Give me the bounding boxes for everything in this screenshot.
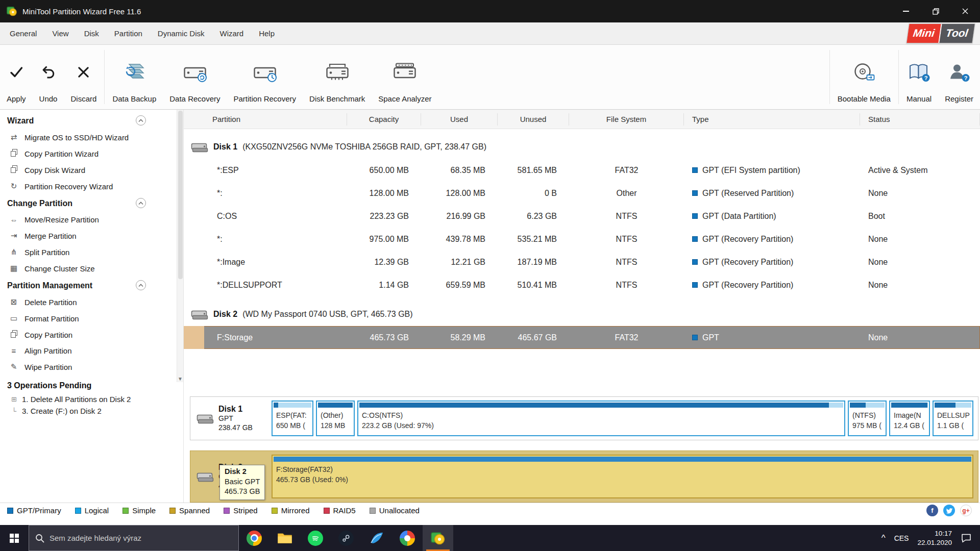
- partition-row-item-0-1[interactable]: *:128.00 MB128.00 MB0 BOtherGPT (Reserve…: [184, 182, 980, 205]
- sidebar-item-wipe-partition[interactable]: ✎Wipe Partition: [0, 359, 183, 375]
- scroll-down-icon[interactable]: ▼: [177, 376, 183, 382]
- tray-clock[interactable]: 10:17 22.01.2020: [917, 529, 952, 547]
- sidebar-item-partition-recovery-wizard[interactable]: ↻Partition Recovery Wizard: [0, 178, 183, 194]
- sidebar-item-migrate-os-to-ssd-hd-wizard[interactable]: ⇄Migrate OS to SSD/HD Wizard: [0, 129, 183, 145]
- column-header-unused[interactable]: Unused: [498, 113, 569, 126]
- sidebar-scrollbar-thumb[interactable]: [178, 111, 183, 279]
- restore-icon: [933, 8, 939, 15]
- partition-row-f-storage-1-0[interactable]: F:Storage465.73 GB58.29 MB465.67 GBFAT32…: [184, 326, 980, 349]
- close-button[interactable]: [950, 0, 980, 22]
- toolbar-register-button[interactable]: ?Register: [938, 45, 980, 109]
- sidebar-item-move-resize-partition[interactable]: ⇔Move/Resize Partition: [0, 212, 183, 228]
- partition-row-c-os-0-2[interactable]: C:OS223.23 GB216.99 GB6.23 GBNTFSGPT (Da…: [184, 205, 980, 228]
- search-input[interactable]: [50, 534, 232, 542]
- column-header-file-system[interactable]: File System: [569, 113, 684, 126]
- map-segment-other[interactable]: (Other)128 MB: [316, 400, 355, 436]
- legend-label: Simple: [132, 506, 156, 515]
- toolbar-disk-benchmark-button[interactable]: Disk Benchmark: [303, 45, 372, 109]
- tray-expand-icon[interactable]: ^: [881, 533, 886, 543]
- usage-fill: [935, 403, 955, 408]
- sidebar-item-copy-disk-wizard[interactable]: Copy Disk Wizard: [0, 162, 183, 178]
- taskbar-steam-icon[interactable]: [331, 525, 361, 551]
- partition-row-image-0-4[interactable]: *:Image12.39 GB12.21 GB187.19 MBNTFSGPT …: [184, 251, 980, 273]
- tray-language[interactable]: CES: [894, 534, 909, 542]
- toolbar-apply-button[interactable]: Apply: [0, 45, 33, 109]
- toolbar-data-recovery-button[interactable]: Data Recovery: [163, 45, 227, 109]
- sidebar-item-split-partition[interactable]: ⋔Split Partition: [0, 244, 183, 260]
- map-segment-image-n[interactable]: Image(N12.4 GB (: [889, 400, 930, 436]
- sidebar-item-copy-partition[interactable]: Copy Partition: [0, 327, 183, 343]
- disk-1-group-row[interactable]: Disk 1(KXG50ZNV256G NVMe TOSHIBA 256GB R…: [184, 135, 980, 159]
- taskbar-file-explorer-icon[interactable]: [270, 525, 300, 551]
- partition-row-dellsupport-0-5[interactable]: *:DELLSUPPORT1.14 GB659.59 MB510.41 MBNT…: [184, 273, 980, 296]
- toolbar-manual-button[interactable]: ?Manual: [900, 45, 938, 109]
- column-header-status[interactable]: Status: [860, 113, 980, 126]
- map-segment-esp-fat[interactable]: ESP(FAT:650 MB (: [272, 400, 313, 436]
- partition-row-item-0-3[interactable]: *:975.00 MB439.78 MB535.21 MBNTFSGPT (Re…: [184, 228, 980, 251]
- sidebar-scrollbar[interactable]: ▼: [177, 110, 183, 382]
- cluster-icon: ▦: [9, 264, 19, 273]
- map-segment-f-storage-fat32[interactable]: F:Storage(FAT32)465.73 GB (Used: 0%): [272, 455, 973, 498]
- map-segment-dellsup[interactable]: DELLSUP1.1 GB (: [933, 400, 973, 436]
- minimize-button[interactable]: [891, 0, 921, 22]
- taskbar-pinwheel-icon[interactable]: [392, 525, 423, 551]
- sidebar-item-merge-partition[interactable]: ⇥Merge Partition: [0, 228, 183, 244]
- menu-help[interactable]: Help: [251, 22, 282, 44]
- operation-item-1[interactable]: ⊞1. Delete All Partitions on Disk 2: [0, 393, 183, 405]
- sidebar-item-label: Change Cluster Size: [24, 264, 95, 273]
- twitter-icon[interactable]: [943, 505, 955, 516]
- file-system-value: NTFS: [569, 212, 684, 221]
- taskbar-spotify-icon[interactable]: [300, 525, 331, 551]
- partition-name: *:Image: [204, 258, 347, 267]
- toolbar-partition-recovery-button[interactable]: Partition Recovery: [227, 45, 303, 109]
- column-header-type[interactable]: Type: [684, 113, 860, 126]
- column-header-capacity[interactable]: Capacity: [347, 113, 421, 126]
- taskbar-blue-wing-icon[interactable]: [361, 525, 392, 551]
- column-header-partition[interactable]: Partition: [184, 113, 347, 126]
- menu-general[interactable]: General: [2, 22, 44, 44]
- action-center-icon[interactable]: [961, 533, 972, 543]
- copy-disk-icon: [9, 165, 19, 174]
- sidebar-item-change-cluster-size[interactable]: ▦Change Cluster Size: [0, 260, 183, 277]
- menu-disk[interactable]: Disk: [77, 22, 107, 44]
- sidebar-item-format-partition[interactable]: ▭Format Partition: [0, 310, 183, 327]
- toolbar-discard-button[interactable]: Discard: [64, 45, 104, 109]
- disk-1-map-row[interactable]: Disk 1GPT238.47 GBESP(FAT:650 MB ((Other…: [190, 396, 978, 440]
- sidebar: Wizard⇄Migrate OS to SSD/HD WizardCopy P…: [0, 110, 184, 503]
- section-change-partition: Change Partition: [0, 194, 183, 212]
- apply-label: Apply: [7, 94, 26, 103]
- operation-item-2[interactable]: └3. Create (F:) on Disk 2: [0, 405, 183, 417]
- taskbar-chrome-icon[interactable]: [239, 525, 270, 551]
- disk-2-group-row[interactable]: Disk 2(WD My Passport 0740 USB, GPT, 465…: [184, 303, 980, 326]
- toolbar-undo-button[interactable]: Undo: [33, 45, 64, 109]
- menu-wizard[interactable]: Wizard: [212, 22, 252, 44]
- collapse-partition-management-button[interactable]: [136, 280, 146, 290]
- partition-row-esp-0-0[interactable]: *:ESP650.00 MB68.35 MB581.65 MBFAT32GPT …: [184, 159, 980, 182]
- sidebar-item-delete-partition[interactable]: ⊠Delete Partition: [0, 294, 183, 310]
- sidebar-item-copy-partition-wizard[interactable]: Copy Partition Wizard: [0, 145, 183, 162]
- start-button[interactable]: [0, 525, 29, 551]
- operations-list: ⊞1. Delete All Partitions on Disk 2└3. C…: [0, 393, 183, 417]
- map-segment-c-os-ntfs[interactable]: C:OS(NTFS)223.2 GB (Used: 97%): [357, 400, 845, 436]
- sidebar-item-align-partition[interactable]: ≡Align Partition: [0, 343, 183, 359]
- sidebar-item-label: Split Partition: [24, 248, 69, 257]
- toolbar-data-backup-button[interactable]: Data Backup: [106, 45, 163, 109]
- restore-button[interactable]: [921, 0, 950, 22]
- menu-view[interactable]: View: [44, 22, 76, 44]
- menu-partition[interactable]: Partition: [107, 22, 150, 44]
- column-header-used[interactable]: Used: [421, 113, 498, 126]
- row-gutter: [184, 182, 204, 205]
- google-plus-icon[interactable]: g+: [960, 505, 972, 516]
- taskbar-search[interactable]: [29, 525, 239, 551]
- map-segment-ntfs[interactable]: (NTFS)975 MB (: [848, 400, 887, 436]
- collapse-change-partition-button[interactable]: [136, 198, 146, 208]
- toolbar-bootable-media-button[interactable]: Bootable Media: [831, 45, 897, 109]
- facebook-icon[interactable]: f: [926, 505, 938, 516]
- collapse-wizard-button[interactable]: [136, 115, 146, 126]
- windows-taskbar: ^ CES 10:17 22.01.2020: [0, 525, 980, 551]
- menu-dynamic-disk[interactable]: Dynamic Disk: [150, 22, 212, 44]
- taskbar-minitool-icon[interactable]: [423, 525, 453, 551]
- tree-expand-icon[interactable]: ⊞: [10, 395, 18, 403]
- disk-2-map-row[interactable]: Disk 2GPT465.73 GBF:Storage(FAT32)465.73…: [190, 450, 978, 503]
- toolbar-space-analyzer-button[interactable]: Space Analyzer: [372, 45, 438, 109]
